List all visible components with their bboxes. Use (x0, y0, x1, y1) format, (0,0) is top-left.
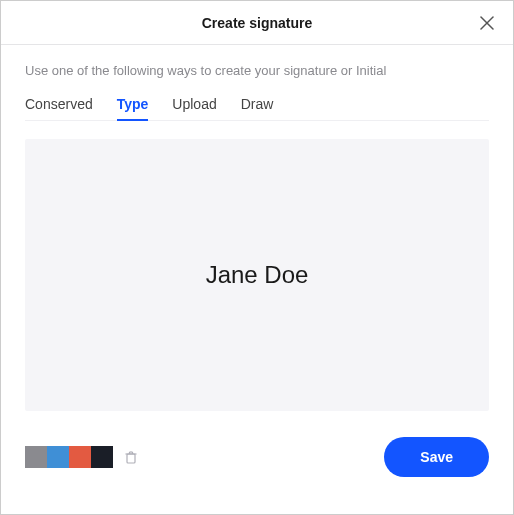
color-swatch-black[interactable] (91, 446, 113, 468)
tab-conserved[interactable]: Conserved (25, 96, 93, 120)
color-swatch-gray[interactable] (25, 446, 47, 468)
color-swatch-red[interactable] (69, 446, 91, 468)
modal-title: Create signature (202, 15, 312, 31)
color-swatch-blue[interactable] (47, 446, 69, 468)
modal-subtitle: Use one of the following ways to create … (25, 63, 489, 78)
signature-canvas[interactable]: Jane Doe (25, 139, 489, 411)
footer: Save (25, 437, 489, 477)
save-button[interactable]: Save (384, 437, 489, 477)
trash-icon (124, 450, 138, 464)
delete-button[interactable] (123, 449, 139, 465)
tab-type[interactable]: Type (117, 96, 149, 120)
signature-text: Jane Doe (206, 261, 309, 289)
tab-draw[interactable]: Draw (241, 96, 274, 120)
modal-header: Create signature (1, 1, 513, 45)
tabs: Conserved Type Upload Draw (25, 96, 489, 121)
color-swatches (25, 446, 139, 468)
close-icon (480, 16, 494, 30)
svg-rect-2 (127, 454, 135, 463)
tab-upload[interactable]: Upload (172, 96, 216, 120)
modal-body: Use one of the following ways to create … (1, 45, 513, 514)
close-button[interactable] (477, 13, 497, 33)
